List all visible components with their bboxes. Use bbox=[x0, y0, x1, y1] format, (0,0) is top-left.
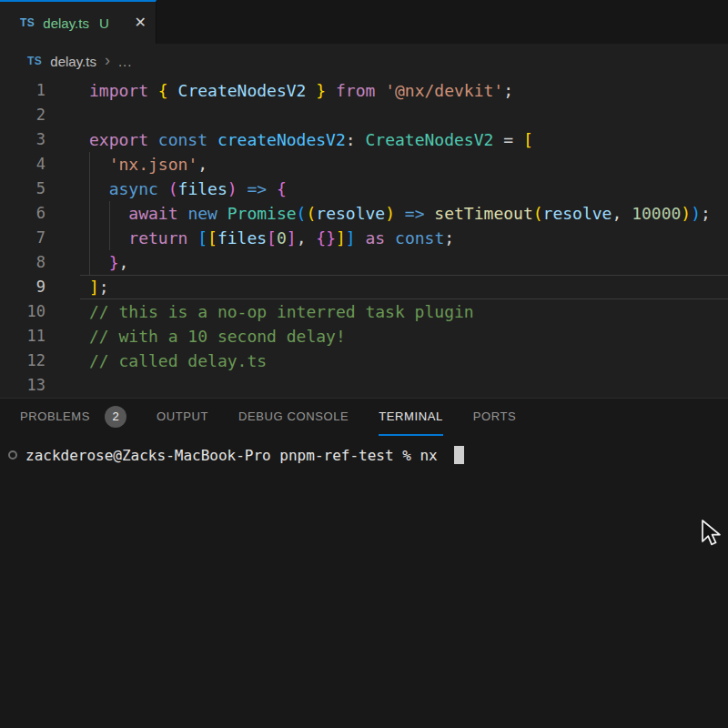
chevron-right-icon: › bbox=[105, 52, 110, 71]
panel-tab-terminal[interactable]: TERMINAL bbox=[379, 399, 443, 436]
command-decoration-icon bbox=[8, 450, 17, 460]
terminal-cursor bbox=[454, 446, 464, 464]
code-text: // with a 10 second delay! bbox=[89, 324, 346, 349]
code-token bbox=[89, 228, 128, 248]
code-token: setTimeout bbox=[434, 204, 532, 223]
code-token: await bbox=[128, 204, 187, 223]
panel-tab-bar: PROBLEMS 2 OUTPUT DEBUG CONSOLE TERMINAL… bbox=[0, 399, 728, 436]
code-token: => bbox=[247, 179, 277, 198]
line-number: 11 bbox=[0, 324, 46, 349]
code-token: const bbox=[158, 130, 217, 149]
code-text: export const createNodesV2: CreateNodesV… bbox=[89, 127, 533, 152]
code-token: ) bbox=[681, 204, 691, 223]
code-token: import bbox=[89, 81, 158, 100]
code-token: ( bbox=[533, 204, 543, 223]
code-token: as bbox=[366, 228, 396, 248]
code-line[interactable]: 10// this is a no-op interred task plugi… bbox=[0, 299, 728, 324]
code-line[interactable]: 8 }, bbox=[0, 250, 728, 275]
code-token: ] bbox=[287, 228, 297, 248]
code-token bbox=[89, 253, 109, 272]
terminal-prompt-text: zackderose@Zacks-MacBook-Pro pnpm-ref-te… bbox=[25, 447, 438, 464]
code-line[interactable]: 9]; bbox=[0, 275, 728, 299]
code-line[interactable]: 4 'nx.json', bbox=[0, 152, 728, 177]
terminal-prompt-row: zackderose@Zacks-MacBook-Pro pnpm-ref-te… bbox=[8, 444, 728, 466]
breadcrumb-symbol-more[interactable]: ... bbox=[118, 54, 133, 69]
code-token: , bbox=[612, 204, 632, 223]
code-editor[interactable]: 1import { CreateNodesV2 } from '@nx/devk… bbox=[0, 78, 728, 398]
code-text: await new Promise((resolve) => setTimeou… bbox=[89, 201, 711, 226]
panel-tab-debug-console[interactable]: DEBUG CONSOLE bbox=[238, 399, 349, 436]
line-number: 10 bbox=[0, 299, 46, 324]
code-token: [ bbox=[207, 228, 217, 248]
code-text: ]; bbox=[89, 275, 109, 299]
code-token: CreateNodesV2 bbox=[178, 81, 317, 100]
panel-tab-problems[interactable]: PROBLEMS 2 bbox=[20, 399, 126, 436]
code-token: , bbox=[119, 253, 129, 272]
line-number: 13 bbox=[0, 373, 46, 398]
code-token: } bbox=[316, 81, 336, 100]
code-token: } bbox=[109, 253, 119, 272]
code-token: resolve bbox=[543, 204, 612, 223]
code-token: ] bbox=[346, 228, 366, 248]
line-number: 3 bbox=[0, 127, 46, 152]
panel-tab-output[interactable]: OUTPUT bbox=[157, 399, 208, 436]
code-line[interactable]: 6 await new Promise((resolve) => setTime… bbox=[0, 201, 728, 226]
code-token: ) bbox=[385, 204, 405, 223]
line-number: 12 bbox=[0, 349, 46, 373]
code-token: 'nx.json' bbox=[109, 155, 198, 174]
code-token: ) bbox=[691, 204, 701, 223]
code-line[interactable]: 13 bbox=[0, 373, 728, 398]
code-token: '@nx/devkit' bbox=[385, 81, 503, 100]
tab-delay-ts[interactable]: TS delay.ts U ✕ bbox=[0, 0, 157, 44]
code-token: return bbox=[128, 228, 197, 248]
code-text: }, bbox=[89, 250, 128, 275]
code-token: createNodesV2 bbox=[217, 130, 346, 149]
code-line[interactable]: 5 async (files) => { bbox=[0, 177, 728, 201]
line-number: 4 bbox=[0, 152, 46, 177]
code-lines: 1import { CreateNodesV2 } from '@nx/devk… bbox=[0, 78, 728, 398]
code-token: CreateNodesV2 bbox=[365, 130, 503, 149]
line-number: 7 bbox=[0, 226, 46, 250]
code-token: ; bbox=[99, 278, 109, 297]
code-text: async (files) => { bbox=[89, 177, 287, 201]
line-number: 9 bbox=[0, 275, 46, 299]
code-token: // called delay.ts bbox=[89, 351, 267, 370]
code-token: ] bbox=[89, 278, 99, 297]
code-text: // called delay.ts bbox=[89, 349, 267, 373]
panel-tab-ports[interactable]: PORTS bbox=[473, 399, 517, 436]
code-token: export bbox=[89, 130, 158, 149]
code-token: Promise bbox=[228, 204, 297, 223]
code-token: ; bbox=[503, 81, 513, 100]
code-token: new bbox=[187, 204, 227, 223]
code-token: , bbox=[297, 228, 317, 248]
code-token: ; bbox=[444, 228, 454, 248]
panel-tab-label: TERMINAL bbox=[379, 410, 443, 423]
code-token: resolve bbox=[316, 204, 385, 223]
close-icon[interactable]: ✕ bbox=[135, 15, 147, 30]
code-line[interactable]: 1import { CreateNodesV2 } from '@nx/devk… bbox=[0, 78, 728, 103]
code-token bbox=[89, 179, 109, 198]
code-token: : bbox=[346, 130, 366, 149]
breadcrumb: TS delay.ts › ... bbox=[0, 44, 728, 78]
code-line[interactable]: 2 bbox=[0, 103, 728, 127]
code-token: ( bbox=[306, 204, 316, 223]
code-line[interactable]: 7 return [[files[0], {}]] as const; bbox=[0, 226, 728, 250]
code-line[interactable]: 12// called delay.ts bbox=[0, 349, 728, 373]
code-line[interactable]: 3export const createNodesV2: CreateNodes… bbox=[0, 127, 728, 152]
code-token: ; bbox=[701, 204, 711, 223]
code-token: ] bbox=[336, 228, 346, 248]
breadcrumb-file[interactable]: delay.ts bbox=[50, 54, 96, 69]
code-text: import { CreateNodesV2 } from '@nx/devki… bbox=[89, 78, 513, 103]
code-text: return [[files[0], {}]] as const; bbox=[89, 226, 454, 250]
code-token: [ bbox=[523, 130, 533, 149]
terminal[interactable]: zackderose@Zacks-MacBook-Pro pnpm-ref-te… bbox=[0, 436, 728, 466]
line-number: 6 bbox=[0, 201, 46, 226]
code-line[interactable]: 11// with a 10 second delay! bbox=[0, 324, 728, 349]
code-token bbox=[89, 155, 109, 174]
git-status-badge: U bbox=[99, 15, 109, 31]
code-token: ( bbox=[168, 179, 178, 198]
code-token: // this is a no-op interred task plugin bbox=[89, 302, 474, 321]
code-token bbox=[89, 204, 128, 223]
code-token: 0 bbox=[277, 228, 287, 248]
code-token: , bbox=[197, 155, 207, 174]
